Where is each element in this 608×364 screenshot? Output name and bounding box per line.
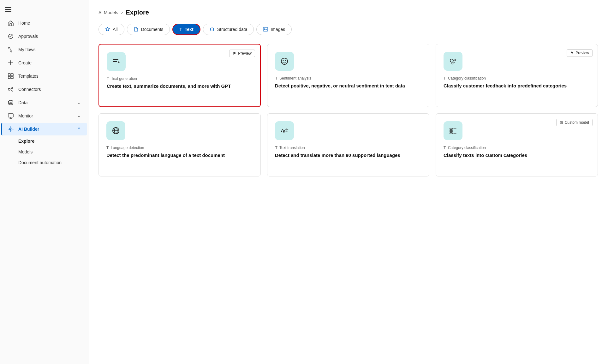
sidebar-item-home-label: Home [18,21,30,26]
sidebar-item-myflows[interactable]: My flows [1,43,87,56]
text-t-icon: T [179,27,182,32]
card-text-translation[interactable]: A 文 T Text translation Detect and transl… [267,113,429,176]
breadcrumb-separator: > [121,10,123,15]
preview-badge-icon: ⚑ [233,51,236,56]
svg-rect-38 [450,130,452,132]
monitor-chevron-down-icon: ⌄ [77,114,80,118]
svg-rect-3 [10,24,12,26]
tab-images[interactable]: Images [256,24,292,35]
data-icon [8,99,14,106]
card-icon-category [444,52,462,71]
card-icon-textgen [107,52,126,71]
sidebar-subitem-docautomation-label: Document automation [18,160,62,165]
aibuilder-icon [8,126,14,132]
tab-structured-label: Structured data [217,27,247,32]
breadcrumb-parent[interactable]: AI Models [98,10,118,15]
card-type-category: T Category classification [444,76,590,81]
card-type-textgen: T Text generation [107,76,253,81]
custom-badge-icon: ⊟ [560,120,563,125]
type-t-icon-6: T [444,145,446,150]
svg-rect-39 [450,133,452,134]
data-chevron-down-icon: ⌄ [77,100,80,105]
card-icon-globe [106,121,125,140]
sidebar-item-connectors[interactable]: Connectors [1,83,87,96]
sidebar-item-aibuilder[interactable]: AI Builder ⌃ [1,123,87,135]
sidebar-item-create[interactable]: Create [1,57,87,69]
card-type-translate: T Text translation [275,145,421,150]
svg-point-22 [211,28,214,29]
svg-text:A: A [281,128,284,133]
type-t-icon-5: T [275,145,277,150]
sidebar-subitem-explore-label: Explore [18,139,34,144]
tab-documents[interactable]: Documents [127,24,170,35]
svg-point-13 [8,88,10,90]
svg-rect-1 [5,9,11,10]
card-preview-badge-2: ⚑ Preview [567,49,593,57]
approvals-icon [8,33,14,39]
sidebar-item-templates[interactable]: Templates [1,70,87,82]
card-icon-sentiment [275,52,294,71]
sidebar-item-home[interactable]: Home [1,17,87,29]
tab-documents-label: Documents [141,27,164,32]
aibuilder-chevron-up-icon: ⌃ [77,127,80,131]
hamburger-icon[interactable] [0,3,88,16]
sidebar-item-connectors-label: Connectors [18,87,41,92]
card-text-generation[interactable]: ⚑ Preview T Text generation Create text,… [98,44,261,107]
sidebar-item-approvals[interactable]: Approvals [1,30,87,43]
svg-point-29 [285,60,286,61]
custom-badge-label: Custom model [565,120,589,125]
card-type-customcat: T Category classification [444,145,590,150]
sidebar-subitem-explore[interactable]: Explore [1,136,87,146]
sidebar-item-approvals-label: Approvals [18,34,38,39]
type-t-icon-2: T [275,76,277,81]
sidebar-subitem-models[interactable]: Models [1,147,87,157]
main-content: AI Models > Explore All Documents [88,0,608,364]
cards-grid: ⚑ Preview T Text generation Create text,… [98,44,598,176]
sidebar-item-myflows-label: My flows [18,47,35,52]
svg-rect-10 [11,74,13,76]
card-title-customcat: Classify texts into custom categories [444,152,590,158]
svg-point-27 [281,58,288,64]
sidebar-item-data[interactable]: Data ⌄ [1,96,87,109]
tab-structured[interactable]: Structured data [203,24,254,35]
tab-images-label: Images [271,27,285,32]
doc-icon [134,27,139,32]
type-t-icon-4: T [106,145,109,150]
card-preview-badge: ⚑ Preview [229,50,255,57]
svg-rect-0 [5,7,11,8]
svg-rect-37 [450,128,452,129]
sidebar-subitem-docautomation[interactable]: Document automation [1,158,87,168]
svg-point-30 [450,59,453,62]
templates-icon [8,73,14,79]
card-title-textgen: Create text, summarize documents, and mo… [107,83,253,89]
tab-text[interactable]: T Text [172,24,200,35]
preview-badge-label-2: Preview [575,51,589,55]
card-language-detection[interactable]: T Language detection Detect the predomin… [98,113,261,176]
monitor-icon [8,113,14,119]
tab-all[interactable]: All [98,24,124,35]
card-icon-customcat [444,121,462,140]
breadcrumb: AI Models > Explore [98,9,598,16]
card-type-language: T Language detection [106,145,253,150]
preview-badge-icon-2: ⚑ [570,51,574,55]
db-icon [210,27,215,32]
sidebar-item-monitor[interactable]: Monitor ⌄ [1,110,87,122]
svg-rect-19 [8,114,13,117]
sidebar-item-data-label: Data [18,100,28,105]
svg-rect-11 [8,76,10,79]
card-type-sentiment: T Sentiment analysis [275,76,421,81]
sidebar-item-aibuilder-label: AI Builder [18,127,39,132]
preview-badge-label: Preview [238,51,252,56]
card-category-classification[interactable]: ⚑ Preview T Category classification Clas… [436,44,598,107]
svg-rect-9 [8,74,10,76]
connectors-icon [8,86,14,92]
type-t-icon-3: T [444,76,446,81]
sidebar-item-monitor-label: Monitor [18,113,33,118]
svg-point-14 [12,87,13,89]
svg-line-17 [10,90,12,90]
card-title-sentiment: Detect positive, negative, or neutral se… [275,82,421,89]
card-custom-model-badge: ⊟ Custom model [556,119,593,126]
home-icon [8,20,14,26]
card-custom-category[interactable]: ⊟ Custom model T Category classification… [436,113,598,176]
card-sentiment-analysis[interactable]: T Sentiment analysis Detect positive, ne… [267,44,429,107]
